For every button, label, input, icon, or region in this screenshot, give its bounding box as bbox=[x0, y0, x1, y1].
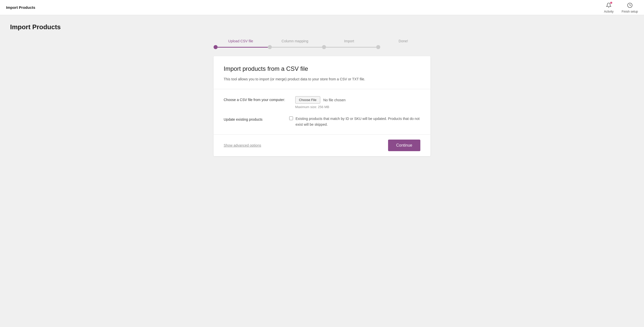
activity-icon-wrap bbox=[605, 2, 612, 9]
step-import: Import bbox=[322, 39, 376, 49]
main-card: Import products from a CSV file This too… bbox=[214, 56, 430, 156]
clock-icon bbox=[627, 3, 633, 8]
stepper-container: Upload CSV file Column mapping Import bbox=[10, 39, 634, 49]
update-existing-row: Update existing products Existing produc… bbox=[224, 116, 420, 127]
step-upload: Upload CSV file bbox=[214, 39, 268, 49]
step-column-track bbox=[268, 45, 322, 49]
step-import-line bbox=[326, 47, 376, 48]
step-upload-dot bbox=[214, 45, 218, 49]
step-column-dot bbox=[268, 45, 272, 49]
topbar-right: Activity Finish setup bbox=[604, 2, 638, 13]
step-upload-track bbox=[214, 45, 268, 49]
finish-setup-button[interactable]: Finish setup bbox=[622, 2, 638, 13]
card-description: This tool allows you to import (or merge… bbox=[224, 76, 420, 82]
page-content: Import Products Upload CSV file Column m… bbox=[0, 15, 644, 164]
topbar-title: Import Products bbox=[6, 5, 35, 10]
max-size-text: Maximum size: 256 MB bbox=[295, 105, 420, 109]
step-upload-label: Upload CSV file bbox=[228, 39, 253, 43]
file-label: Choose a CSV file from your computer: bbox=[224, 96, 285, 102]
step-import-dot bbox=[322, 45, 326, 49]
activity-button[interactable]: Activity bbox=[604, 2, 613, 13]
checkbox-description: Existing products that match by ID or SK… bbox=[296, 116, 420, 127]
page-heading: Import Products bbox=[10, 23, 634, 31]
step-column: Column mapping bbox=[268, 39, 322, 49]
form-section: Choose a CSV file from your computer: Ch… bbox=[214, 89, 430, 135]
activity-label: Activity bbox=[604, 10, 613, 13]
file-upload-row: Choose a CSV file from your computer: Ch… bbox=[224, 96, 420, 109]
step-column-line bbox=[272, 47, 322, 48]
show-advanced-options-button[interactable]: Show advanced options bbox=[224, 143, 261, 147]
update-existing-control: Existing products that match by ID or SK… bbox=[289, 116, 420, 127]
notification-dot bbox=[610, 2, 612, 4]
file-control: Choose File No file chosen Maximum size:… bbox=[295, 96, 420, 109]
step-done-label: Done! bbox=[399, 39, 408, 43]
finish-setup-label: Finish setup bbox=[622, 10, 638, 13]
step-upload-line bbox=[218, 47, 268, 48]
card-footer: Show advanced options Continue bbox=[214, 135, 430, 156]
continue-button[interactable]: Continue bbox=[388, 140, 420, 151]
step-import-label: Import bbox=[344, 39, 354, 43]
update-existing-label: Update existing products bbox=[224, 116, 279, 121]
choose-file-button[interactable]: Choose File bbox=[295, 96, 320, 104]
step-done: Done! bbox=[376, 39, 430, 49]
update-existing-checkbox[interactable] bbox=[289, 116, 293, 120]
topbar: Import Products Activity Finish setup bbox=[0, 0, 644, 15]
checkbox-row: Existing products that match by ID or SK… bbox=[289, 116, 420, 127]
card-main-title: Import products from a CSV file bbox=[224, 65, 420, 72]
file-input-row: Choose File No file chosen bbox=[295, 96, 420, 104]
finish-setup-icon-wrap bbox=[626, 2, 633, 9]
stepper: Upload CSV file Column mapping Import bbox=[214, 39, 430, 49]
step-done-track bbox=[376, 45, 430, 49]
step-done-dot bbox=[376, 45, 380, 49]
card-header: Import products from a CSV file This too… bbox=[214, 56, 430, 89]
no-file-text: No file chosen bbox=[323, 98, 346, 102]
step-import-track bbox=[322, 45, 376, 49]
step-column-label: Column mapping bbox=[282, 39, 308, 43]
